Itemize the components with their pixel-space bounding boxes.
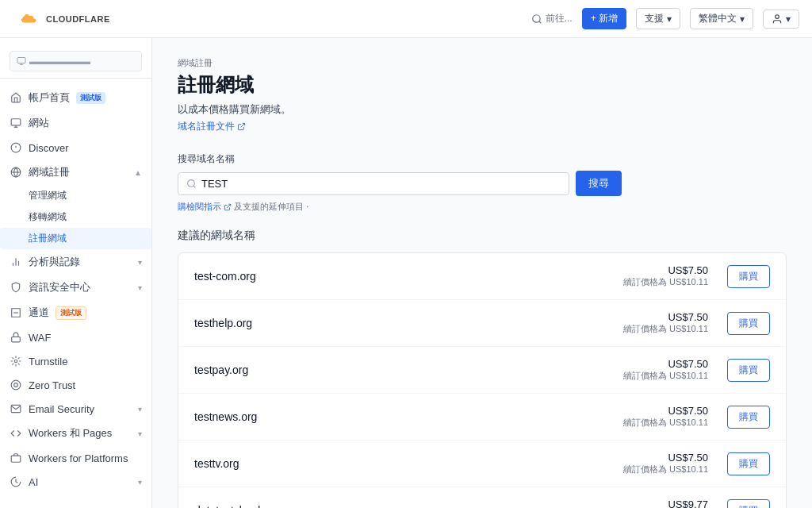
buy-button[interactable]: 購買	[727, 265, 770, 288]
sidebar-item-security-center[interactable]: 資訊安全中心 ▾	[0, 275, 151, 300]
domain-name: datatestcloud.com	[194, 504, 619, 508]
domain-search-input[interactable]	[201, 178, 561, 190]
sidebar-label-websites: 網站	[29, 116, 49, 130]
sidebar-item-ai[interactable]: AI ▾	[0, 470, 151, 494]
breadcrumb: 網域註冊	[178, 57, 787, 69]
sidebar-label-register-domain: 註冊網域	[29, 232, 67, 245]
buy-button[interactable]: 購買	[727, 406, 770, 429]
hint-external-link-icon	[224, 203, 232, 211]
sidebar-item-discover[interactable]: Discover	[0, 136, 151, 160]
sidebar-label-email-security: Email Security	[29, 403, 94, 415]
workers-icon	[10, 427, 22, 440]
svg-point-20	[14, 383, 18, 387]
lang-button[interactable]: 繁體中文 ▾	[690, 8, 753, 29]
domain-price: US$7.50	[623, 452, 708, 464]
user-icon	[772, 13, 783, 25]
global-search[interactable]: 前往...	[531, 12, 573, 25]
sidebar-item-email-security[interactable]: Email Security ▾	[0, 397, 151, 421]
buy-button[interactable]: 購買	[727, 359, 770, 382]
workers2-icon	[10, 452, 22, 464]
svg-point-18	[14, 360, 17, 363]
doc-link[interactable]: 域名註冊文件	[178, 120, 787, 133]
svg-rect-17	[12, 337, 21, 341]
buy-button[interactable]: 購買	[727, 452, 770, 475]
domain-row: testpay.org US$7.50 續訂價格為 US$10.11 購買	[178, 347, 786, 394]
chevron-right-icon-security: ▾	[138, 283, 142, 292]
page-description: 以成本價格購買新網域。	[178, 102, 787, 117]
extensions-link[interactable]: ·	[306, 202, 308, 211]
tunnel-icon	[10, 306, 22, 319]
domain-name: test-com.org	[194, 270, 614, 283]
domain-pricing: US$7.50 續訂價格為 US$10.11	[623, 358, 708, 382]
topnav: CLOUDFLARE 前往... + 新增 支援 ▾ 繁體中文 ▾ ▾	[0, 0, 812, 38]
external-link-icon	[237, 122, 246, 131]
section-title: 建議的網域名稱	[178, 229, 787, 243]
sidebar-item-workers-pages[interactable]: Workers 和 Pages ▾	[0, 421, 151, 446]
account-box: ▬▬▬▬▬▬▬	[10, 51, 142, 71]
sidebar-item-manage-domain[interactable]: 管理網域	[0, 185, 151, 206]
domain-name: testnews.org	[194, 410, 614, 423]
svg-rect-6	[11, 119, 21, 125]
account-selector[interactable]: ▬▬▬▬▬▬▬	[0, 44, 151, 79]
domain-renewal: 續訂價格為 US$10.11	[623, 464, 708, 475]
shield-icon	[10, 281, 22, 294]
layout: ▬▬▬▬▬▬▬ 帳戶首頁 測試版 網站 Discover	[0, 38, 812, 508]
buy-button[interactable]: 購買	[727, 312, 770, 335]
new-button[interactable]: + 新增	[582, 8, 626, 29]
sidebar-item-home[interactable]: 帳戶首頁 測試版	[0, 85, 151, 110]
account-icon	[17, 56, 26, 66]
chevron-up-icon: ▲	[134, 168, 142, 177]
domain-price: US$7.50	[623, 358, 708, 370]
monitor-icon	[10, 117, 22, 129]
logo: CLOUDFLARE	[13, 10, 110, 29]
svg-point-0	[532, 14, 539, 21]
review-instructions-link[interactable]: 購檢閱指示	[178, 202, 221, 211]
domain-name: testtv.org	[194, 457, 614, 470]
sidebar-item-register-domain[interactable]: 註冊網域	[0, 228, 151, 249]
badge-beta: 測試版	[76, 92, 105, 104]
sidebar-item-waf[interactable]: WAF	[0, 325, 151, 349]
domain-renewal: 續訂價格為 US$10.11	[623, 323, 708, 335]
domain-price: US$7.50	[623, 264, 708, 276]
sidebar-item-turnstile[interactable]: Turnstile	[0, 349, 151, 373]
sidebar-label-manage-domain: 管理網域	[29, 189, 67, 202]
sidebar-label-domain-reg: 網域註冊	[29, 165, 70, 179]
sidebar-label-transfer-domain: 移轉網域	[29, 210, 67, 224]
waf-icon	[10, 331, 22, 344]
cloudflare-logo-icon	[13, 10, 41, 29]
support-button[interactable]: 支援 ▾	[636, 8, 680, 29]
sidebar-item-transfer-domain[interactable]: 移轉網域	[0, 206, 151, 228]
search-row: 搜尋	[178, 171, 622, 196]
svg-line-24	[193, 186, 195, 187]
domain-price: US$7.50	[623, 311, 708, 323]
sidebar-item-tunnel[interactable]: 通道 測試版	[0, 300, 151, 325]
sidebar-item-workers-platforms[interactable]: Workers for Platforms	[0, 446, 151, 470]
sidebar-item-websites[interactable]: 網站	[0, 110, 151, 136]
user-button[interactable]: ▾	[763, 10, 799, 29]
domain-row: testhelp.org US$7.50 續訂價格為 US$10.11 購買	[178, 300, 786, 347]
domain-renewal: 續訂價格為 US$10.11	[623, 370, 708, 382]
chevron-right-icon-email: ▾	[138, 405, 142, 414]
domain-row: test-com.org US$7.50 續訂價格為 US$10.11 購買	[178, 253, 786, 300]
sidebar-label-analytics: 分析與記錄	[29, 255, 80, 269]
svg-line-1	[538, 21, 541, 23]
chart-icon	[10, 256, 22, 268]
sidebar-item-analytics[interactable]: 分析與記錄 ▾	[0, 249, 151, 275]
home-icon	[10, 91, 22, 104]
domain-row: datatestcloud.com US$9.77 續訂價格為 US$9.77 …	[178, 487, 786, 508]
sidebar-item-zerotrust[interactable]: Zero Trust	[0, 373, 151, 397]
domain-renewal: 續訂價格為 US$10.11	[623, 417, 708, 429]
sidebar-label-discover: Discover	[29, 142, 69, 154]
nav-right: 前往... + 新增 支援 ▾ 繁體中文 ▾ ▾	[531, 8, 799, 29]
search-button[interactable]: 搜尋	[576, 171, 622, 196]
svg-line-25	[227, 204, 231, 208]
buy-button[interactable]: 購買	[727, 499, 770, 509]
domain-name: testhelp.org	[194, 317, 614, 329]
svg-line-22	[241, 123, 245, 127]
sidebar-item-domain-reg[interactable]: 網域註冊 ▲	[0, 160, 151, 185]
svg-point-23	[188, 179, 195, 187]
domain-pricing: US$7.50 續訂價格為 US$10.11	[623, 311, 708, 335]
ai-icon	[10, 475, 22, 488]
page-title: 註冊網域	[178, 72, 787, 98]
search-input-wrap[interactable]	[178, 172, 569, 195]
